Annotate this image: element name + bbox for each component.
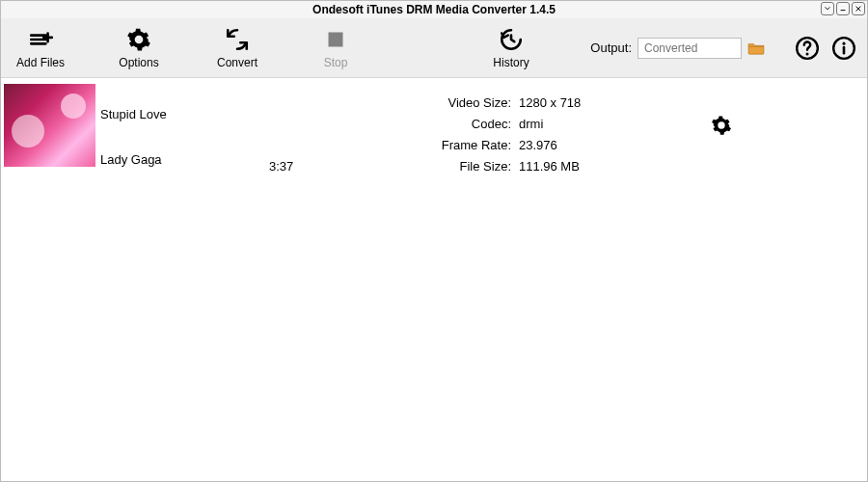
item-duration: 3:37 bbox=[269, 84, 346, 176]
titlebar: Ondesoft iTunes DRM Media Converter 1.4.… bbox=[1, 1, 867, 18]
convert-button[interactable]: Convert bbox=[207, 27, 267, 69]
browse-folder-button[interactable] bbox=[747, 41, 765, 55]
svg-point-5 bbox=[842, 41, 845, 44]
about-button[interactable] bbox=[830, 35, 857, 62]
stop-label: Stop bbox=[324, 56, 348, 69]
add-files-icon bbox=[28, 27, 53, 52]
codec-label: Codec: bbox=[346, 117, 515, 131]
output-area: Output: bbox=[590, 38, 765, 59]
history-button[interactable]: History bbox=[481, 27, 541, 69]
toolbar: Add Files Options Convert Stop History bbox=[1, 18, 867, 78]
video-thumbnail bbox=[4, 84, 95, 167]
list-item[interactable]: Stupid Love Lady Gaga 3:37 Video Size: 1… bbox=[1, 78, 867, 188]
file-size-label: File Size: bbox=[346, 159, 515, 174]
item-settings-button[interactable] bbox=[711, 115, 732, 139]
options-label: Options bbox=[119, 56, 158, 69]
minimize-button[interactable] bbox=[836, 2, 850, 15]
item-metadata: Video Size: 1280 x 718 Codec: drmi Frame… bbox=[346, 84, 581, 176]
gear-icon bbox=[126, 27, 151, 52]
history-label: History bbox=[493, 56, 529, 69]
frame-rate-value: 23.976 bbox=[515, 138, 557, 152]
options-button[interactable]: Options bbox=[109, 27, 169, 69]
add-files-button[interactable]: Add Files bbox=[11, 27, 70, 69]
codec-value: drmi bbox=[515, 117, 543, 131]
convert-label: Convert bbox=[217, 56, 258, 69]
window-controls bbox=[821, 2, 865, 15]
app-title: Ondesoft iTunes DRM Media Converter 1.4.… bbox=[312, 3, 556, 16]
minimize-to-tray-button[interactable] bbox=[821, 2, 834, 15]
stop-icon bbox=[323, 27, 348, 52]
video-size-value: 1280 x 718 bbox=[515, 95, 581, 110]
item-artist: Lady Gaga bbox=[100, 152, 269, 167]
close-button[interactable] bbox=[852, 2, 865, 15]
history-icon bbox=[499, 27, 524, 52]
output-label: Output: bbox=[590, 40, 632, 55]
svg-rect-6 bbox=[843, 45, 846, 54]
help-button[interactable] bbox=[794, 35, 821, 62]
svg-rect-1 bbox=[329, 32, 343, 46]
file-list: Stupid Love Lady Gaga 3:37 Video Size: 1… bbox=[1, 78, 867, 481]
output-path-input[interactable] bbox=[637, 38, 742, 59]
item-title: Stupid Love bbox=[100, 107, 269, 121]
add-files-label: Add Files bbox=[16, 56, 65, 69]
video-size-label: Video Size: bbox=[346, 95, 515, 110]
file-size-value: 111.96 MB bbox=[515, 159, 580, 174]
convert-icon bbox=[225, 27, 250, 52]
frame-rate-label: Frame Rate: bbox=[346, 138, 515, 152]
stop-button: Stop bbox=[306, 27, 366, 69]
svg-point-3 bbox=[805, 52, 808, 55]
